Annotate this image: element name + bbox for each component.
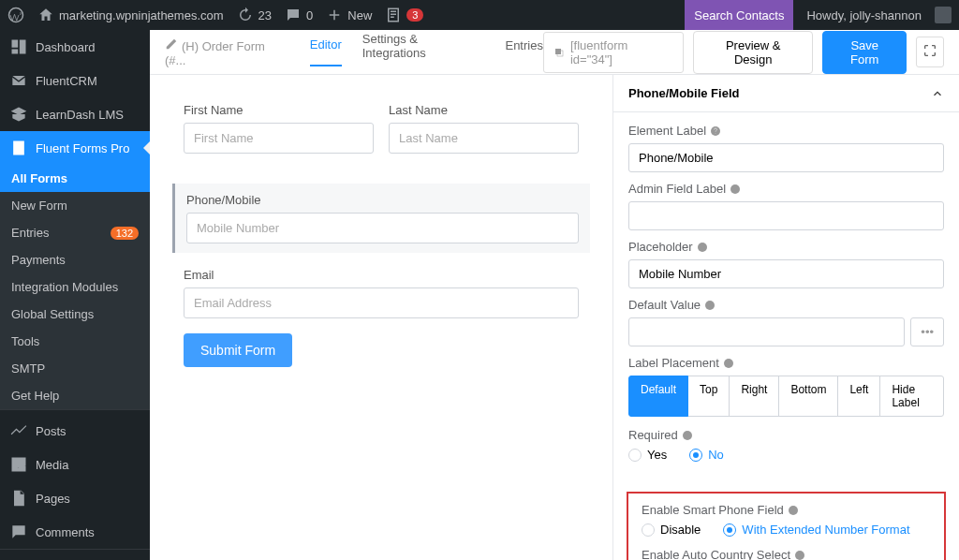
help-icon[interactable] <box>710 125 721 137</box>
submenu-entries[interactable]: Entries132 <box>0 219 150 246</box>
menu-learndash[interactable]: LearnDash LMS <box>0 97 150 131</box>
label-placement-group: Default Top Right Bottom Left Hide Label <box>628 376 944 417</box>
required-label: Required <box>628 428 944 442</box>
required-no[interactable]: No <box>689 448 724 462</box>
tab-editor[interactable]: Editor <box>310 37 342 66</box>
help-icon[interactable] <box>682 430 693 441</box>
comments-count[interactable]: 0 <box>285 7 313 23</box>
auto-country-label: Enable Auto Country Select <box>642 548 931 560</box>
submit-button[interactable]: Submit Form <box>184 333 292 367</box>
svg-point-0 <box>9 8 23 22</box>
preview-button[interactable]: Preview & Design <box>693 31 814 74</box>
search-contacts[interactable]: Search Contacts <box>685 0 793 30</box>
first-name-label: First Name <box>184 103 374 117</box>
last-name-label: Last Name <box>389 103 579 117</box>
svg-point-10 <box>683 431 692 440</box>
placement-right[interactable]: Right <box>729 376 779 417</box>
field-first-name[interactable]: First Name <box>184 103 374 154</box>
updates[interactable]: 23 <box>237 7 272 23</box>
element-label-input[interactable] <box>628 143 944 172</box>
menu-comments[interactable]: Comments <box>0 515 150 549</box>
field-settings-sidebar: Phone/Mobile Field Element Label Admin F… <box>612 75 959 560</box>
placement-bottom[interactable]: Bottom <box>778 376 838 417</box>
howdy[interactable]: Howdy, jolly-shannon <box>806 8 922 22</box>
default-value-label: Default Value <box>628 298 944 312</box>
svg-point-7 <box>698 243 707 252</box>
menu-fluentcrm[interactable]: FluentCRM <box>0 64 150 97</box>
help-icon[interactable] <box>794 550 805 561</box>
submenu-tools[interactable]: Tools <box>0 328 150 355</box>
help-icon[interactable] <box>730 184 741 195</box>
field-email[interactable]: Email <box>184 268 579 318</box>
field-last-name[interactable]: Last Name <box>389 103 579 154</box>
collapse-icon[interactable] <box>931 87 944 100</box>
admin-label-label: Admin Field Label <box>628 182 944 196</box>
phone-input[interactable] <box>186 213 579 243</box>
admin-label-input[interactable] <box>628 201 944 230</box>
fullscreen-icon[interactable] <box>916 37 944 67</box>
field-phone[interactable]: Phone/Mobile <box>172 184 590 253</box>
last-name-input[interactable] <box>389 123 579 154</box>
smart-phone-highlight: Enable Smart Phone Field Disable With Ex… <box>627 492 946 560</box>
svg-rect-3 <box>555 49 561 54</box>
required-yes[interactable]: Yes <box>628 448 667 462</box>
tab-settings[interactable]: Settings & Integrations <box>362 32 485 73</box>
site-name[interactable]: marketing.wpninjathemes.com <box>37 7 224 23</box>
placeholder-input[interactable] <box>628 259 944 288</box>
submenu-integration[interactable]: Integration Modules <box>0 273 150 301</box>
submenu-help[interactable]: Get Help <box>0 382 150 409</box>
wp-logo[interactable] <box>7 7 24 23</box>
submenu-new-form[interactable]: New Form <box>0 192 150 219</box>
label-placement-label: Label Placement <box>628 356 944 370</box>
menu-fluentforms[interactable]: Fluent Forms Pro <box>0 131 150 165</box>
element-label-label: Element Label <box>628 124 944 138</box>
save-button[interactable]: Save Form <box>822 31 907 74</box>
form-editor: First Name Last Name Phone/Mobile Email <box>150 75 612 560</box>
submenu-all-forms[interactable]: All Forms <box>0 165 150 192</box>
phone-label: Phone/Mobile <box>186 193 579 207</box>
menu-wppayforms[interactable]: WPPayForms Pro <box>0 553 150 560</box>
placement-hide[interactable]: Hide Label <box>879 376 944 417</box>
svg-point-11 <box>789 506 798 515</box>
default-value-more[interactable]: ••• <box>910 317 944 346</box>
placement-left[interactable]: Left <box>837 376 880 417</box>
svg-point-8 <box>705 301 715 310</box>
breadcrumb[interactable]: (H) Order Form (#... <box>165 37 289 67</box>
submenu-payments[interactable]: Payments <box>0 246 150 273</box>
tab-entries[interactable]: Entries <box>505 38 542 66</box>
svg-point-9 <box>724 359 733 368</box>
shortcode[interactable]: [fluentform id="34"] <box>543 32 684 73</box>
new-content[interactable]: New <box>326 7 372 23</box>
first-name-input[interactable] <box>184 123 374 154</box>
user-avatar[interactable] <box>935 7 952 23</box>
placement-top[interactable]: Top <box>687 376 730 417</box>
menu-media[interactable]: Media <box>0 448 150 481</box>
smart-phone-label: Enable Smart Phone Field <box>642 503 931 517</box>
email-label: Email <box>184 268 579 282</box>
sidebar-header[interactable]: Phone/Mobile Field <box>613 75 959 112</box>
menu-dashboard[interactable]: Dashboard <box>0 30 150 64</box>
admin-menu: Dashboard FluentCRM LearnDash LMS Fluent… <box>0 30 150 560</box>
email-input[interactable] <box>184 287 579 318</box>
menu-posts[interactable]: Posts <box>0 414 150 448</box>
submenu-smtp[interactable]: SMTP <box>0 355 150 382</box>
placement-default[interactable]: Default <box>628 376 688 417</box>
submenu-global[interactable]: Global Settings <box>0 301 150 328</box>
smart-disable[interactable]: Disable <box>642 523 701 537</box>
menu-pages[interactable]: Pages <box>0 481 150 515</box>
help-icon[interactable] <box>697 242 708 253</box>
smart-extended[interactable]: With Extended Number Format <box>723 523 909 537</box>
default-value-input[interactable] <box>628 317 905 346</box>
svg-point-12 <box>795 551 804 560</box>
forms-notif[interactable]: 3 <box>385 7 423 23</box>
placeholder-label: Placeholder <box>628 240 944 254</box>
help-icon[interactable] <box>788 505 799 516</box>
svg-point-6 <box>730 184 740 194</box>
help-icon[interactable] <box>723 358 734 369</box>
help-icon[interactable] <box>704 300 716 311</box>
